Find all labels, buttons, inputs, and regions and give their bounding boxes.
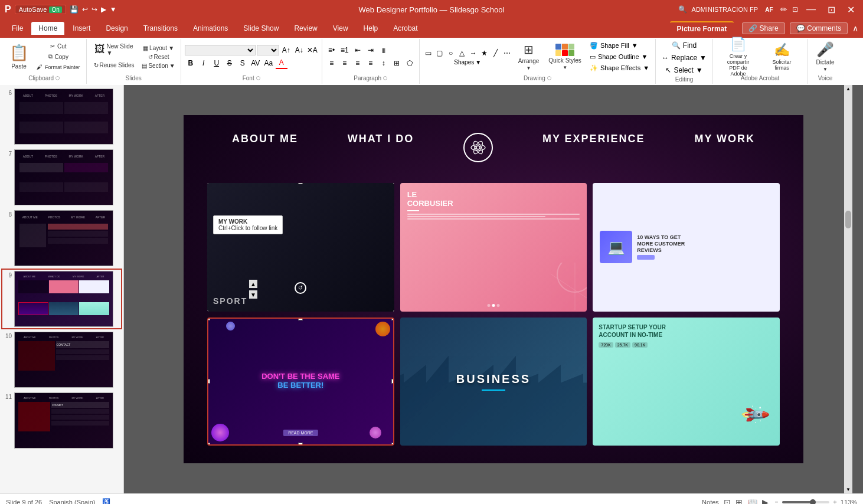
justify-button[interactable]: ≡: [365, 57, 377, 69]
clipboard-expand-icon[interactable]: ⬡: [55, 76, 60, 81]
notes-button[interactable]: Notes: [702, 499, 719, 505]
strikethrough-button[interactable]: S: [224, 57, 236, 69]
new-slide-button[interactable]: 🖼 New Slide ▼: [91, 41, 136, 58]
section-dropdown[interactable]: ▼: [169, 63, 175, 69]
effects-dropdown[interactable]: ▼: [643, 64, 649, 71]
handle-br[interactable]: [391, 443, 394, 446]
autosave-badge[interactable]: AutoSave On: [15, 5, 66, 14]
tab-insert[interactable]: Insert: [66, 22, 97, 35]
zoom-control[interactable]: － ＋ 113%: [773, 498, 857, 504]
autosave-state[interactable]: On: [49, 6, 61, 13]
shape-rect[interactable]: ▭: [423, 48, 434, 58]
scroll-up-button[interactable]: ▲: [249, 280, 257, 288]
quick-styles-button[interactable]: Quick Styles ▼: [545, 42, 585, 71]
zoom-out-icon[interactable]: －: [773, 498, 780, 504]
shape-outline-button[interactable]: ▭ Shape Outline ▼: [587, 52, 652, 62]
tab-acrobat[interactable]: Acrobat: [386, 22, 424, 35]
tab-picture-format[interactable]: Picture Format: [670, 21, 734, 35]
tab-file[interactable]: File: [5, 22, 30, 35]
present-icon[interactable]: ▶: [101, 5, 106, 14]
canvas-area[interactable]: ▲ ▼ ABOUT ME WHAT I DO: [124, 85, 863, 493]
drawing-expand-icon[interactable]: ⬡: [547, 76, 551, 81]
normal-view-icon[interactable]: ⊡: [724, 498, 731, 505]
request-signatures-button[interactable]: ✍ Solicitar firmas: [762, 40, 801, 73]
slide-thumb-9[interactable]: 9 ABOUT MEWHAT I DOMY WORKAFTER: [2, 270, 121, 328]
bold-button[interactable]: B: [185, 57, 197, 69]
minimize-button[interactable]: —: [803, 4, 819, 15]
increase-indent-button[interactable]: ⇥: [365, 44, 377, 56]
canvas-scrollbar[interactable]: ▲ ▼: [844, 85, 852, 493]
share-button[interactable]: 🔗 Share: [742, 22, 784, 34]
shape-effects-button[interactable]: ✨ Shape Effects ▼: [587, 63, 652, 73]
font-expand-icon[interactable]: ⬡: [256, 76, 260, 81]
tab-help[interactable]: Help: [357, 22, 385, 35]
outline-dropdown[interactable]: ▼: [642, 53, 648, 60]
shape-rounded[interactable]: ▢: [434, 48, 445, 58]
clear-format-button[interactable]: ✕A: [306, 44, 318, 56]
tab-slideshow[interactable]: Slide Show: [236, 22, 286, 35]
shape-triangle[interactable]: △: [457, 48, 468, 58]
numbering-button[interactable]: ≡1: [339, 44, 351, 56]
close-button[interactable]: ✕: [844, 4, 858, 15]
shape-star[interactable]: ★: [479, 48, 490, 58]
scroll-top-button[interactable]: ▲: [845, 85, 852, 93]
dictate-button[interactable]: 🎤 Dictate ▼: [812, 40, 838, 73]
reading-view-icon[interactable]: 📖: [747, 498, 757, 505]
format-painter-button[interactable]: 🖌 Format Painter: [34, 63, 83, 71]
font-family-select[interactable]: [185, 45, 256, 55]
handle-tm[interactable]: [298, 318, 303, 320]
italic-button[interactable]: I: [198, 57, 210, 69]
dictate-dropdown[interactable]: ▼: [823, 67, 828, 72]
undo-icon[interactable]: ↩: [82, 5, 88, 14]
arrange-button[interactable]: ⊞ Arrange ▼: [515, 42, 543, 71]
zoom-in-icon[interactable]: ＋: [832, 498, 838, 504]
shadow-button[interactable]: S: [237, 57, 249, 69]
section-button[interactable]: ▤ Section ▼: [140, 62, 176, 70]
slide-thumb-7[interactable]: 7 ABOUTPHOTOSMY WORKAFTER: [2, 148, 121, 207]
bullets-button[interactable]: ≡•: [326, 44, 338, 56]
paragraph-expand-icon[interactable]: ⬡: [383, 76, 387, 81]
tab-animations[interactable]: Animations: [186, 22, 235, 35]
collapse-ribbon-icon[interactable]: ∧: [852, 24, 858, 33]
create-pdf-button[interactable]: 📄 Crear y compartir PDF de Adobe: [718, 40, 757, 73]
change-case-button[interactable]: Aa: [263, 57, 274, 69]
increase-font-size-button[interactable]: A↑: [280, 44, 292, 56]
center-button[interactable]: ≡: [339, 57, 351, 69]
text-direction-button[interactable]: ⊞: [391, 57, 403, 69]
scroll-down-button[interactable]: ▼: [249, 290, 257, 299]
scroll-thumb[interactable]: [845, 211, 851, 228]
layout-dropdown[interactable]: ▼: [168, 45, 174, 51]
columns-button[interactable]: ⫼: [378, 44, 390, 56]
align-right-button[interactable]: ≡: [352, 57, 364, 69]
line-spacing-button[interactable]: ↕: [378, 57, 390, 69]
fill-dropdown[interactable]: ▼: [632, 42, 638, 49]
slide-thumb-6[interactable]: 6 ABOUTPHOTOSMY WORKAFTER: [2, 87, 121, 146]
handle-tl[interactable]: [207, 318, 210, 320]
font-color-button[interactable]: A: [276, 57, 287, 69]
redo-icon[interactable]: ↪: [91, 5, 97, 14]
select-dropdown[interactable]: ▼: [696, 66, 703, 74]
read-more-btn[interactable]: READ MORE: [283, 430, 318, 436]
handle-tr[interactable]: [391, 318, 394, 320]
restore-icon[interactable]: ⊡: [792, 5, 798, 14]
char-spacing-button[interactable]: AV: [250, 57, 261, 69]
shape-fill-button[interactable]: 🪣 Shape Fill ▼: [587, 41, 652, 51]
comments-button[interactable]: 💬 Comments: [790, 22, 848, 34]
pen-icon[interactable]: ✏: [780, 5, 787, 14]
maximize-button[interactable]: ⊡: [824, 4, 839, 15]
shape-arrow[interactable]: →: [468, 48, 479, 58]
tab-review[interactable]: Review: [287, 22, 324, 35]
handle-mr[interactable]: [391, 379, 394, 384]
copy-button[interactable]: ⧉ Copy: [34, 52, 83, 61]
decrease-indent-button[interactable]: ⇤: [352, 44, 364, 56]
handle-bm[interactable]: [298, 443, 303, 446]
dropdown-arrow[interactable]: ▼: [110, 5, 117, 14]
reset-button[interactable]: ↺ Reset: [140, 53, 176, 61]
shape-circle[interactable]: ○: [446, 48, 456, 58]
select-button[interactable]: ↖ Select ▼: [663, 65, 705, 76]
slide-thumb-8[interactable]: 8 ABOUT MEPHOTOSMY WORKAFTER: [2, 209, 121, 267]
cut-button[interactable]: ✂ Cut: [34, 42, 83, 51]
zoom-level[interactable]: 113%: [841, 499, 857, 505]
tab-home[interactable]: Home: [31, 22, 64, 35]
slide-thumb-10[interactable]: 10 ABOUT MEPHOTOSMY WORKAFTER CONTACT: [2, 330, 121, 389]
